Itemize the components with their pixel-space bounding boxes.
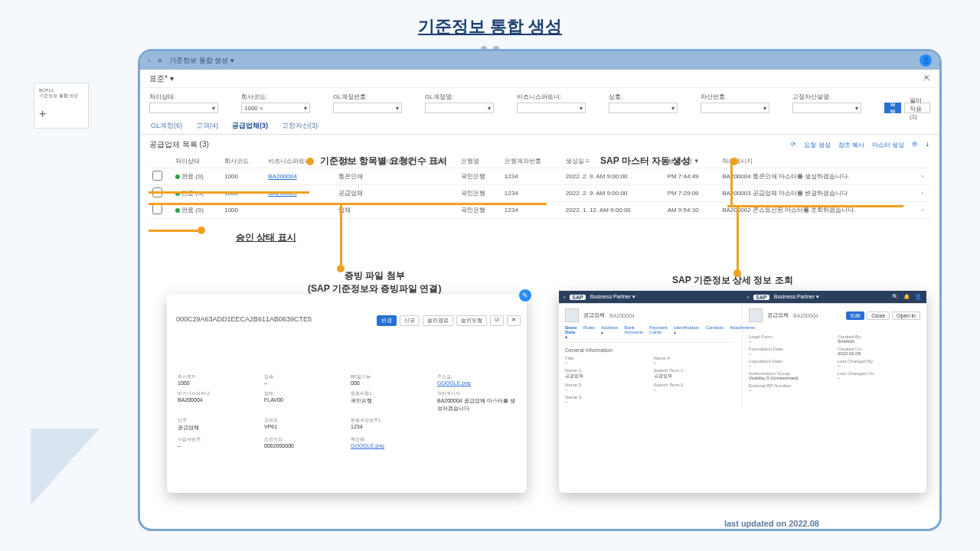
sap-header-left: 공급업체 BA200004: [565, 308, 736, 322]
sap-tab[interactable]: Address ▾: [601, 325, 618, 340]
share-icon[interactable]: ⇱: [924, 74, 930, 83]
export-icon[interactable]: ⤓: [925, 141, 930, 149]
filter-label: 처리상태:: [149, 93, 218, 101]
bp-link[interactable]: BA200004: [268, 173, 296, 180]
side-thumbnail[interactable]: BCP11 기준정보 통합 생성 +: [34, 83, 89, 129]
filter-input[interactable]: ▾: [425, 103, 494, 113]
card-action[interactable]: 변경: [377, 315, 397, 326]
filter-row: 처리상태:▾회사코드:1000 ×▾GL계정번호:▾GL계정명:▾비즈니스파트너…: [140, 88, 939, 118]
detail-arrow-icon[interactable]: ›: [922, 173, 924, 180]
building-icon: [565, 308, 579, 322]
col-header[interactable]: [149, 155, 172, 168]
annot-approval-status: 승인 상태 표시: [236, 231, 296, 244]
col-header[interactable]: 회사코드: [221, 155, 265, 168]
filter-label: 비즈니스파트너:: [517, 93, 586, 101]
orange-dot: [198, 227, 205, 234]
col-header[interactable]: 은행계좌번호: [501, 155, 563, 168]
filter-input[interactable]: ▾: [792, 103, 861, 113]
orange-line-v: [340, 204, 342, 269]
run-button[interactable]: 실행: [884, 103, 901, 113]
filter-input[interactable]: ▾: [517, 103, 586, 113]
app-toolbar: ‹ ≡ 기준정보 통합 생성 ▾ 👤: [140, 51, 939, 70]
sap-card: ‹SAPBusiness Partner ▾ ‹SAPBusiness Part…: [559, 291, 926, 493]
orange-dot: [306, 158, 314, 165]
filter-input[interactable]: ▾: [333, 103, 402, 113]
card-badge-icon[interactable]: ✎: [519, 289, 531, 302]
vendor-table: 처리상태회사코드비즈니스파트너상호사업자번호업종은행명은행계좌번호생성일 ≡생성…: [149, 155, 930, 219]
sap-tab[interactable]: Rules: [583, 325, 595, 340]
sap-tab[interactable]: Basic Data ▾: [565, 325, 577, 340]
list-title: 공급업체 목록 (3): [149, 139, 209, 150]
add-icon[interactable]: +: [39, 107, 83, 121]
create-request-link[interactable]: 요청 생성: [804, 141, 830, 149]
tab-item[interactable]: 고객(4): [194, 118, 220, 134]
sap-button[interactable]: Edit: [846, 311, 864, 320]
col-header[interactable]: 은행명: [458, 155, 501, 168]
tab-item[interactable]: 고정자산(3): [280, 118, 319, 134]
card-action[interactable]: 승인경로: [423, 315, 453, 326]
master-create-link[interactable]: 마스터 생성: [872, 141, 904, 149]
status-badge: 완료 (S): [175, 172, 204, 181]
sap-tab[interactable]: Payment Cards: [649, 325, 668, 340]
sap-button[interactable]: Close: [867, 311, 890, 320]
card-action[interactable]: 신규: [400, 315, 420, 326]
dropdown-icon[interactable]: ▾: [212, 105, 215, 112]
dropdown-icon[interactable]: ▾: [304, 105, 307, 112]
bell-icon[interactable]: 🔔: [903, 294, 910, 300]
dropdown-icon[interactable]: ▾: [580, 105, 583, 112]
col-header[interactable]: 처리상태: [172, 155, 221, 168]
dropdown-icon[interactable]: ▾: [396, 105, 399, 112]
sap-logo: SAP: [753, 295, 769, 300]
table-row[interactable]: 완료 (S)1000BA200004통큰인쇄국민은행12342022. 2. 9…: [149, 168, 930, 185]
annot-sap-auto: SAP 마스터 자동 생성: [600, 155, 691, 168]
std-dropdown[interactable]: 표준* ▾: [149, 73, 174, 84]
detail-arrow-icon[interactable]: ›: [922, 190, 924, 197]
back-icon[interactable]: ‹: [564, 295, 565, 300]
tab-item[interactable]: GL계정(6): [149, 118, 184, 134]
page-title: 기준정보 통합 생성: [0, 15, 980, 38]
sap-button[interactable]: Open In: [892, 311, 920, 320]
tab-item[interactable]: 공급업체(3): [230, 118, 270, 134]
search-icon[interactable]: 🔍: [892, 294, 899, 300]
general-info-label: General Information: [565, 347, 736, 353]
sap-app-bar: ‹SAPBusiness Partner ▾ ‹SAPBusiness Part…: [559, 291, 926, 303]
row-checkbox[interactable]: [152, 204, 162, 214]
building-icon: [749, 308, 763, 322]
menu-icon[interactable]: ≡: [158, 57, 162, 64]
settings-icon[interactable]: ⚙: [912, 141, 917, 149]
refer-copy-link[interactable]: 참조 복사: [838, 141, 864, 149]
filter-label: 상호:: [609, 93, 678, 101]
filter-input[interactable]: 1000 ×▾: [241, 103, 310, 113]
filter-label: 고정자산설명:: [792, 93, 861, 101]
col-header[interactable]: 처리메시지: [719, 155, 918, 168]
sap-tab[interactable]: Bank Accounts: [624, 325, 643, 340]
sap-tab[interactable]: Contacts: [705, 325, 724, 340]
refresh-icon[interactable]: ⟳: [791, 141, 796, 149]
col-header[interactable]: [919, 155, 930, 168]
corner-decoration: [31, 429, 100, 505]
orange-line: [149, 230, 199, 232]
filter-input[interactable]: ▾: [701, 103, 769, 113]
back-icon[interactable]: ‹: [747, 295, 749, 300]
apply-filter-button[interactable]: 필터 적용(1): [904, 103, 930, 113]
orange-line: [727, 205, 903, 207]
dropdown-icon[interactable]: ▾: [671, 105, 675, 112]
filter-input[interactable]: ▾: [609, 103, 678, 113]
card-action[interactable]: 승인요청: [456, 315, 487, 326]
detail-arrow-icon[interactable]: ›: [922, 207, 924, 214]
dropdown-icon[interactable]: ▾: [488, 105, 491, 112]
user-avatar-icon[interactable]: 👤: [920, 54, 932, 67]
card-action[interactable]: ✕: [507, 315, 521, 326]
orange-line-v: [737, 205, 739, 272]
dropdown-icon[interactable]: ▾: [763, 105, 766, 112]
row-checkbox[interactable]: [152, 171, 162, 181]
card-action[interactable]: ☑: [490, 315, 504, 326]
orange-dot: [337, 265, 345, 272]
user-icon[interactable]: 👤: [915, 294, 922, 300]
filter-input[interactable]: ▾: [149, 103, 218, 113]
list-header: 공급업체 목록 (3) ⟳ 요청 생성 참조 복사 마스터 생성 ⚙ ⤓: [140, 135, 939, 155]
back-icon[interactable]: ‹: [148, 57, 150, 64]
breadcrumb[interactable]: 기준정보 통합 생성 ▾: [169, 56, 234, 66]
sap-tab[interactable]: Identification ▾: [674, 325, 700, 340]
dropdown-icon[interactable]: ▾: [855, 105, 858, 112]
